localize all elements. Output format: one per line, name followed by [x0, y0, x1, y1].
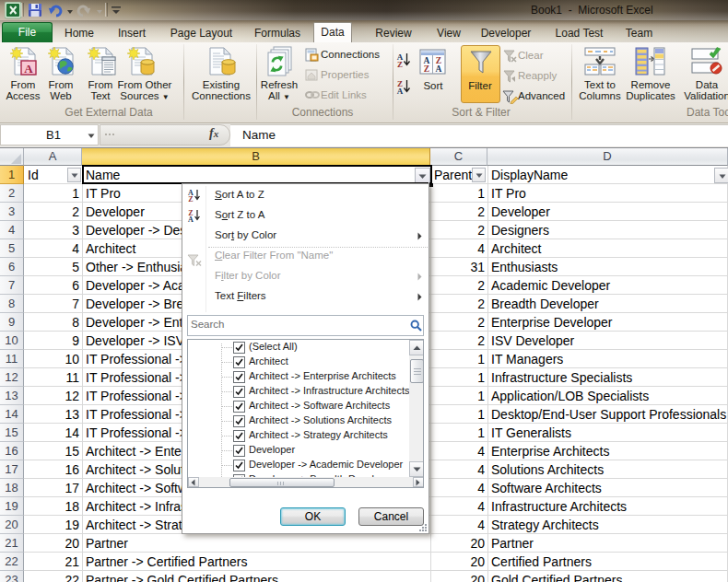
svg-text:A: A: [397, 87, 404, 96]
svg-text:Z: Z: [188, 195, 193, 204]
svg-text:A: A: [24, 62, 33, 76]
svg-text:Z: Z: [397, 60, 403, 69]
svg-text:Z: Z: [424, 64, 429, 74]
svg-text:A: A: [436, 64, 442, 74]
svg-text:A: A: [188, 215, 194, 224]
